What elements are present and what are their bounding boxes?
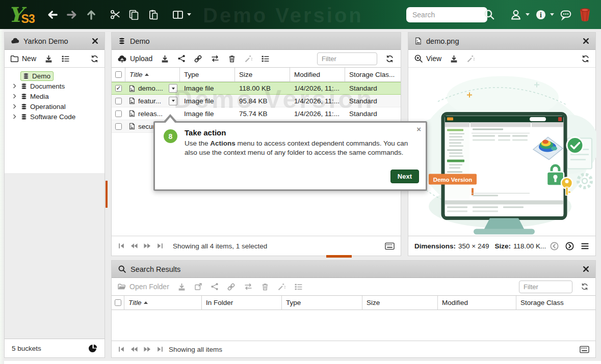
prev-page-button[interactable] xyxy=(130,242,138,249)
open-folder-button[interactable] xyxy=(117,283,126,291)
select-all-checkbox[interactable] xyxy=(115,299,121,306)
next-item-button[interactable] xyxy=(565,242,574,250)
column-title[interactable]: Title xyxy=(125,68,180,81)
download-button[interactable] xyxy=(44,54,53,63)
keyboard-shortcuts-button[interactable] xyxy=(580,346,589,353)
layout-columns-menu[interactable] xyxy=(172,0,191,29)
files-filter-input[interactable] xyxy=(317,52,377,65)
s3-provider-button[interactable] xyxy=(578,0,592,29)
new-bucket-label[interactable]: New xyxy=(22,54,36,63)
keyboard-shortcuts-button[interactable] xyxy=(385,242,395,250)
tree-item-software-code[interactable]: Software Code xyxy=(5,111,104,122)
popover-next-button[interactable]: Next xyxy=(390,170,419,183)
last-page-button[interactable] xyxy=(156,346,164,353)
details-view-button[interactable] xyxy=(294,283,303,291)
new-bucket-button[interactable] xyxy=(10,54,19,63)
navbar-search[interactable] xyxy=(406,0,487,29)
tree-item-media[interactable]: Media xyxy=(5,91,104,101)
details-view-button[interactable] xyxy=(261,54,270,63)
share-button[interactable] xyxy=(177,54,186,63)
next-page-button[interactable] xyxy=(143,346,151,353)
download-button[interactable] xyxy=(450,54,458,63)
cut-button[interactable] xyxy=(110,0,121,29)
share-button[interactable] xyxy=(211,283,219,291)
row-actions-dropdown[interactable] xyxy=(169,84,177,93)
bucket-icon xyxy=(22,72,30,80)
open-external-button[interactable] xyxy=(194,283,202,291)
close-search-results-button[interactable] xyxy=(583,266,589,272)
refresh-search-button[interactable] xyxy=(581,283,589,291)
prev-item-button[interactable] xyxy=(550,242,559,250)
column-in-folder[interactable]: In Folder xyxy=(202,296,282,310)
row-checkbox[interactable] xyxy=(115,123,122,130)
popover-close-button[interactable]: × xyxy=(416,125,421,133)
refresh-preview-button[interactable] xyxy=(581,54,590,63)
column-modified[interactable]: Modified xyxy=(438,296,516,310)
rename-button[interactable] xyxy=(244,54,253,63)
refresh-files-button[interactable] xyxy=(385,54,394,63)
search-input[interactable] xyxy=(406,7,487,22)
search-button[interactable] xyxy=(483,0,495,29)
link-button[interactable] xyxy=(194,54,202,63)
row-checkbox[interactable] xyxy=(115,85,122,92)
tree-item-operational[interactable]: Operational xyxy=(5,101,104,111)
row-checkbox[interactable] xyxy=(115,98,122,104)
row-actions-dropdown[interactable] xyxy=(169,97,177,105)
copy-button[interactable] xyxy=(128,0,139,29)
vertical-resize-handle[interactable] xyxy=(106,181,108,208)
view-label[interactable]: View xyxy=(426,54,441,63)
last-page-button[interactable] xyxy=(156,242,164,249)
prev-page-button[interactable] xyxy=(130,346,138,353)
view-button[interactable] xyxy=(414,54,423,63)
download-button[interactable] xyxy=(177,283,186,291)
preview-menu-button[interactable] xyxy=(581,242,589,250)
horizontal-resize-handle[interactable] xyxy=(326,255,352,258)
up-button[interactable] xyxy=(86,0,97,29)
column-storage-class[interactable]: Storage Clas... xyxy=(345,68,401,81)
user-menu[interactable] xyxy=(510,0,530,29)
link-button[interactable] xyxy=(227,283,236,291)
app-logo[interactable]: YS3 xyxy=(8,0,35,29)
move-button[interactable] xyxy=(211,54,220,63)
column-size[interactable]: Size xyxy=(235,68,290,81)
tree-item-documents[interactable]: Documents xyxy=(5,81,104,91)
upload-button[interactable] xyxy=(117,54,127,63)
forward-button[interactable] xyxy=(66,0,77,29)
column-type[interactable]: Type xyxy=(282,296,362,310)
refresh-buckets-button[interactable] xyxy=(90,54,99,63)
delete-button[interactable] xyxy=(228,54,236,63)
select-all-checkbox[interactable] xyxy=(115,71,122,78)
close-preview-panel-button[interactable] xyxy=(583,38,589,44)
column-type[interactable]: Type xyxy=(180,68,235,81)
move-button[interactable] xyxy=(244,283,253,291)
paste-button[interactable] xyxy=(148,0,159,29)
delete-button[interactable] xyxy=(261,283,269,291)
feedback-button[interactable] xyxy=(560,0,572,29)
table-row[interactable]: releas... Image file 75.74 KB 1/4/2026, … xyxy=(112,107,401,120)
file-type: Image file xyxy=(180,95,235,107)
column-storage-class[interactable]: Storage Class xyxy=(516,296,595,310)
rename-button[interactable] xyxy=(466,54,475,63)
download-button[interactable] xyxy=(161,54,169,63)
search-filter-input[interactable] xyxy=(519,281,572,293)
keyboard-icon xyxy=(580,346,589,353)
table-row[interactable]: demo.... Image file 118.00 KB 1/4/2026, … xyxy=(112,82,401,95)
monitor-illustration xyxy=(443,114,565,218)
close-buckets-panel-button[interactable] xyxy=(92,38,98,44)
column-modified[interactable]: Modified xyxy=(290,68,345,81)
upload-label[interactable]: Upload xyxy=(130,54,152,63)
open-folder-label[interactable]: Open Folder xyxy=(129,283,169,291)
column-title[interactable]: Title xyxy=(124,296,202,310)
first-page-button[interactable] xyxy=(118,346,125,353)
next-page-button[interactable] xyxy=(143,242,151,249)
table-row[interactable]: featur... Image file 95.84 KB 1/4/2026, … xyxy=(112,95,401,107)
info-menu[interactable]: i xyxy=(535,0,554,29)
row-checkbox[interactable] xyxy=(115,110,122,117)
details-view-button[interactable] xyxy=(61,54,70,63)
tree-item-demo[interactable]: Demo xyxy=(5,71,104,81)
buckets-panel-header: Yarkon Demo xyxy=(5,33,104,50)
back-button[interactable] xyxy=(47,0,58,29)
first-page-button[interactable] xyxy=(118,242,125,249)
column-size[interactable]: Size xyxy=(362,296,438,310)
rename-button[interactable] xyxy=(277,283,286,291)
